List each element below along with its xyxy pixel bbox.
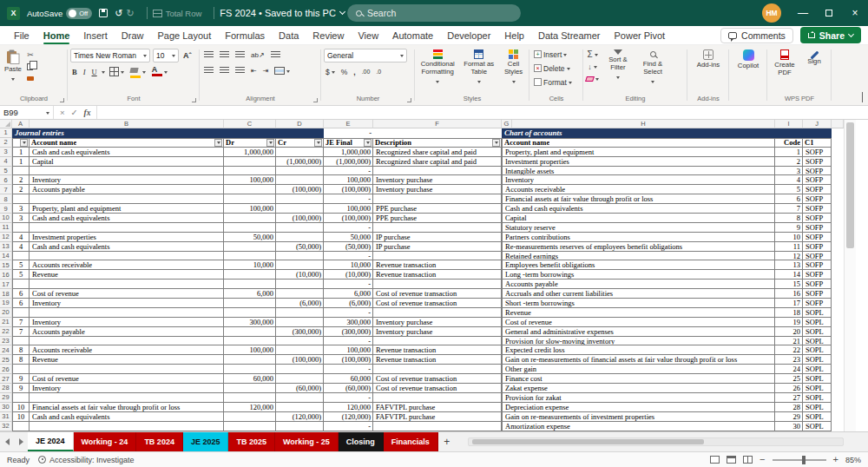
row-header-9[interactable]: 9 [0, 204, 12, 214]
journal-cell-cr[interactable]: (60,000) [276, 384, 324, 393]
row-header-7[interactable]: 7 [0, 185, 12, 194]
coa-cell-code[interactable]: 24 [775, 365, 803, 374]
journal-cell-cr[interactable] [276, 280, 324, 289]
journal-cell-dr[interactable] [224, 412, 276, 422]
journal-cell-description[interactable]: Revenue transaction [373, 355, 502, 365]
journal-cell-je-final[interactable]: 10,000 [324, 260, 373, 270]
zoom-in-button[interactable]: + [833, 455, 838, 464]
journal-cell-dr[interactable] [224, 365, 276, 374]
journal-cell-cr[interactable] [276, 289, 324, 299]
journal-cell-je-final[interactable]: - [324, 167, 373, 176]
journal-cell-je-final[interactable]: (120,000) [324, 412, 373, 422]
journal-cell-cr[interactable] [276, 422, 324, 431]
coa-cell-account[interactable]: Retained earnings [502, 252, 775, 261]
coa-cell-c1[interactable]: SOPL [803, 318, 832, 327]
journal-cell-cr[interactable] [276, 393, 324, 403]
journal-cell-cr[interactable] [276, 233, 324, 242]
formula-input[interactable] [97, 106, 868, 119]
maximize-button[interactable] [816, 0, 842, 26]
journal-cell-account[interactable]: Investment properties [30, 233, 224, 242]
coa-cell-code[interactable]: 10 [775, 233, 803, 242]
coa-cell-c1[interactable]: SOFP [803, 214, 832, 223]
journal-cell-dr[interactable]: 1,000,000 [224, 148, 276, 157]
coa-cell-account[interactable]: Provision for slow-moving inventory [502, 337, 775, 346]
journal-cell-account[interactable] [30, 337, 224, 346]
menu-tab-data[interactable]: Data [272, 26, 306, 44]
coa-cell-account[interactable]: Accounts receivable [502, 185, 775, 194]
coa-cell-c1[interactable]: SOFP [803, 148, 832, 157]
journal-cell-description[interactable] [373, 393, 502, 403]
row-header-13[interactable]: 13 [0, 242, 12, 252]
journal-cell-je-final[interactable]: 1,000,000 [324, 148, 373, 157]
cell-empty[interactable] [832, 148, 844, 157]
journal-cell-dr[interactable] [224, 185, 276, 194]
journal-cell-description[interactable]: Cost of revenue transaction [373, 299, 502, 308]
row-header-19[interactable]: 19 [0, 299, 12, 308]
coa-cell-account[interactable]: Property, plant and equipment [502, 148, 775, 157]
journal-cell-je-final[interactable]: - [324, 308, 373, 318]
wrap-text-button[interactable] [269, 49, 282, 62]
vertical-scrollbar[interactable] [844, 120, 856, 431]
coa-cell-c1[interactable]: SOFP [803, 223, 832, 233]
journal-cell-account[interactable]: Cost of revenue [30, 374, 224, 384]
menu-tab-help[interactable]: Help [497, 26, 531, 44]
find-select-button[interactable]: Find & Select [637, 49, 668, 86]
journal-cell-cr[interactable]: (120,000) [276, 412, 324, 422]
filter-button[interactable] [20, 139, 28, 147]
coa-cell-account[interactable]: Employees benefit obligations [502, 260, 775, 270]
row-header-14[interactable]: 14 [0, 252, 12, 261]
journal-cell-account[interactable]: Accounts receivable [30, 260, 224, 270]
journal-cell-dr[interactable] [224, 384, 276, 393]
cell-empty[interactable] [832, 242, 844, 252]
coa-cell-c1[interactable]: SOPL [803, 308, 832, 318]
coa-cell-code[interactable]: 12 [775, 252, 803, 261]
coa-cell-account[interactable]: Expected credit loss [502, 345, 775, 355]
coa-cell-account[interactable]: Investment properties [502, 157, 775, 167]
cell-empty[interactable] [832, 384, 844, 393]
cancel-entry-icon[interactable]: × [60, 108, 65, 117]
journal-cell-description[interactable] [373, 194, 502, 204]
cell-empty[interactable] [832, 337, 844, 346]
journal-cell-account[interactable] [30, 280, 224, 289]
journal-cell-je-number[interactable]: 5 [12, 260, 30, 270]
coa-cell-account[interactable]: Short -term borrowings [502, 299, 775, 308]
column-header-A[interactable]: A [12, 120, 30, 128]
journal-cell-dr[interactable] [224, 337, 276, 346]
coa-cell-c1[interactable]: SOPL [803, 393, 832, 403]
row-header-10[interactable]: 10 [0, 214, 12, 223]
column-header-C[interactable]: C [224, 120, 276, 128]
journal-cell-dr[interactable] [224, 280, 276, 289]
share-button[interactable]: Share [800, 27, 861, 43]
coa-cell-code[interactable]: 3 [775, 167, 803, 176]
journal-cell-account[interactable] [30, 308, 224, 318]
journal-cell-description[interactable] [373, 365, 502, 374]
row-header-1[interactable]: 1 [0, 128, 12, 138]
cell-empty[interactable] [832, 185, 844, 194]
journal-cell-account[interactable]: Revenue [30, 270, 224, 280]
format-cells-button[interactable]: Format [532, 76, 581, 88]
journal-balance-check-cell[interactable]: - [324, 128, 373, 138]
journal-cell-dr[interactable] [224, 355, 276, 365]
coa-cell-account[interactable]: Provision for zakat [502, 393, 775, 403]
journal-cell-description[interactable]: Inventory purchase [373, 327, 502, 337]
journal-cell-description[interactable]: Inventory purchase [373, 318, 502, 327]
coa-cell-code[interactable]: 26 [775, 384, 803, 393]
cell-empty[interactable] [832, 318, 844, 327]
align-bottom-button[interactable] [233, 49, 247, 62]
borders-button[interactable] [108, 65, 126, 78]
cell-empty[interactable] [832, 194, 844, 204]
journal-cell-cr[interactable] [276, 194, 324, 204]
journal-cell-dr[interactable] [224, 422, 276, 431]
column-header-E[interactable]: E [324, 120, 373, 128]
menu-tab-data-streamer[interactable]: Data Streamer [531, 26, 608, 44]
journal-cell-description[interactable] [373, 308, 502, 318]
name-box[interactable]: B99 [0, 106, 54, 119]
cell-empty[interactable] [832, 327, 844, 337]
journal-cell-je-final[interactable]: - [324, 422, 373, 431]
addins-button[interactable]: Add-ins [695, 49, 721, 70]
coa-cell-account[interactable]: Gain on re-measurements of financial ass… [502, 355, 775, 365]
coa-cell-c1[interactable]: SOPL [803, 327, 832, 337]
coa-cell-code[interactable]: 23 [775, 355, 803, 365]
journal-cell-account[interactable]: Inventory [30, 175, 224, 185]
number-format-combo[interactable]: General [324, 49, 407, 62]
